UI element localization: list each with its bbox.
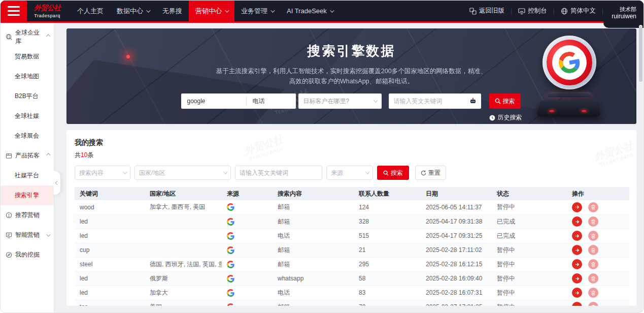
banner-search-button[interactable]: 搜索 (489, 93, 521, 109)
cell-date: 2025-04-17 09:31:25 (421, 229, 492, 243)
run-search-button[interactable] (572, 288, 582, 298)
filter-search-button[interactable]: 搜索 (377, 166, 409, 180)
filter-source-select[interactable]: 来源 (326, 166, 373, 180)
search-icon (495, 98, 501, 104)
cell-content: 邮箱 (273, 214, 354, 229)
sidebar-item-global-social[interactable]: 全球社媒 (1, 106, 54, 126)
cell-contacts: 295 (354, 257, 421, 271)
nav-item-ai-tradeseek[interactable]: AI TradeSeek (280, 1, 340, 21)
sidebar-item-global-map[interactable]: 全球地图 (1, 67, 54, 86)
cell-source (222, 271, 273, 286)
run-search-button[interactable] (572, 216, 582, 227)
sidebar-group-smart-marketing[interactable]: 智能营销 (1, 225, 54, 245)
app-window: 外贸公社 Tradesparq 个人主页 数据中心 无界搜 营销中心 业务管理 … (0, 0, 644, 313)
history-search-link[interactable]: 历史搜索 (181, 113, 522, 122)
run-search-button[interactable] (572, 245, 582, 255)
cell-date: 2025-04-17 09:31:38 (421, 214, 492, 229)
delete-button[interactable] (588, 302, 598, 306)
nav-item-business-management[interactable]: 业务管理 (234, 1, 280, 21)
console-link[interactable]: 控制台 (512, 7, 553, 15)
cell-contacts: 328 (354, 214, 421, 229)
contact-type-select[interactable]: 电话 (247, 97, 296, 106)
chevron-up-icon (47, 34, 51, 38)
google-icon (227, 275, 234, 283)
scrollbar[interactable] (639, 25, 642, 309)
sidebar-item-b2b-platform[interactable]: B2B平台 (1, 86, 54, 106)
sidebar-group-product-prospecting[interactable]: 产品拓客 (1, 146, 54, 166)
keyword-input-wrapper (389, 93, 481, 109)
filter-content-select[interactable]: 搜索内容 (75, 166, 130, 180)
sidebar-item-global-expo[interactable]: 全球展会 (1, 126, 54, 146)
arrow-right-icon (574, 262, 580, 267)
col-status: 状态 (492, 187, 546, 200)
run-search-button[interactable] (572, 273, 582, 284)
cell-countries: 加拿大, 墨西哥, 美国 (145, 200, 222, 214)
topbar-right: 返回旧版 | 控制台 | 简体中文 | 技术部 ruiruiwen (463, 1, 643, 21)
filter-country-select[interactable]: 国家/地区 (134, 166, 231, 180)
user-menu[interactable]: 技术部 ruiruiwen (603, 1, 643, 28)
delete-button[interactable] (588, 202, 598, 212)
cell-source (222, 286, 273, 300)
hamburger-menu-button[interactable] (1, 1, 27, 21)
nav-item-data-center[interactable]: 数据中心 (110, 1, 156, 21)
delete-button[interactable] (588, 231, 598, 241)
cell-contacts: 124 (354, 200, 421, 214)
back-to-old-version-link[interactable]: 返回旧版 (463, 7, 511, 15)
smart-marketing-icon (6, 232, 12, 238)
cell-status: 暂停中 (492, 243, 546, 257)
delete-button[interactable] (588, 288, 598, 298)
arrow-right-icon (574, 304, 580, 306)
trash-icon (591, 276, 596, 281)
main-content: 外贸公社Tradesparq 搜索引擎数据 基于主流搜索引擎，利用人工智能技术，… (54, 23, 643, 313)
nav-item-marketing-center[interactable]: 营销中心 (189, 1, 234, 21)
delete-button[interactable] (588, 259, 598, 269)
sidebar-item-recommend-marketing[interactable]: 推荐营销 (1, 205, 54, 225)
run-search-button[interactable] (572, 259, 582, 269)
cell-actions (546, 200, 629, 214)
cell-countries: 美国 (145, 300, 222, 306)
sidebar-item-my-mining[interactable]: 我的挖掘 (1, 245, 54, 265)
chevron-down-icon (365, 170, 369, 174)
brand-logo[interactable]: 外贸公社 Tradesparq (27, 1, 67, 21)
cell-actions (546, 243, 629, 257)
delete-button[interactable] (588, 216, 598, 227)
arrow-right-icon (574, 219, 580, 225)
col-contacts: 联系人数量 (354, 187, 421, 200)
scrollbar-thumb[interactable] (639, 26, 642, 82)
chevron-down-icon (146, 8, 150, 12)
cell-source (222, 200, 273, 214)
search-engine-select[interactable]: google (181, 98, 246, 105)
hero-banner: 外贸公社Tradesparq 搜索引擎数据 基于主流搜索引擎，利用人工智能技术，… (66, 28, 636, 124)
language-switcher[interactable]: 简体中文 (555, 7, 602, 15)
filter-keyword-input[interactable] (235, 166, 322, 180)
google-icon (227, 303, 234, 306)
run-search-button[interactable] (572, 302, 582, 306)
delete-button[interactable] (588, 273, 598, 284)
nav-item-boundless-search[interactable]: 无界搜 (156, 1, 189, 21)
sidebar-group-global-company-db[interactable]: 全球企业库 (1, 27, 54, 47)
nav-item-home[interactable]: 个人主页 (71, 1, 110, 21)
cell-contacts: 58 (354, 271, 421, 286)
cell-actions (546, 286, 629, 300)
table-row: steel 德国, 西班牙, 法国, 英国, 意大利 邮箱 295 2025-0… (75, 257, 629, 271)
trash-icon (591, 219, 596, 225)
run-search-button[interactable] (572, 202, 582, 212)
sidebar-item-trade-data[interactable]: 贸易数据 (1, 47, 54, 67)
sidebar-collapse-handle[interactable] (54, 171, 60, 195)
result-count-number: 10 (81, 151, 87, 159)
target-country-select[interactable]: 目标客户在哪里? (298, 93, 382, 109)
sidebar-item-social-platform[interactable]: 社媒平台 (1, 166, 54, 185)
run-search-button[interactable] (572, 231, 582, 241)
cell-source (222, 257, 273, 271)
cell-contacts: 515 (354, 229, 421, 243)
col-source: 来源 (222, 187, 273, 200)
filter-reset-button[interactable]: 重置 (415, 166, 446, 180)
sidebar-item-search-engine[interactable]: 搜索引擎 (1, 185, 54, 205)
col-country: 国家/地区 (145, 187, 222, 200)
keyword-input[interactable] (394, 98, 469, 105)
cell-keyword: led (75, 271, 145, 286)
cell-contacts: 21 (354, 243, 421, 257)
delete-button[interactable] (588, 245, 598, 255)
ai-translate-icon[interactable] (469, 97, 477, 105)
google-icon (227, 261, 234, 268)
